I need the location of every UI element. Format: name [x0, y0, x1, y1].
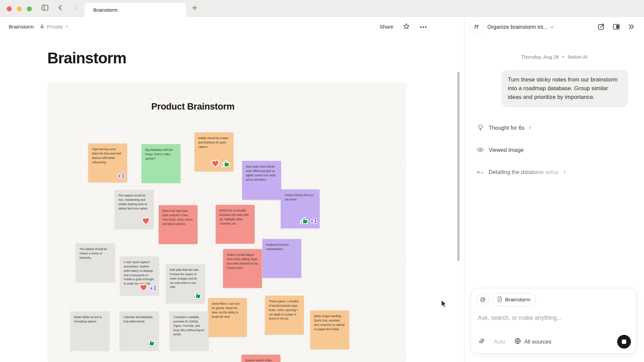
- vertical-scrollbar[interactable]: [457, 72, 460, 261]
- step-thought[interactable]: Thought for 6s: [477, 123, 644, 133]
- sticky-note-text: Reduce modal fatigue. More inline editin…: [227, 253, 258, 270]
- sticky-note-text: Theme packs. A handful of tasteful prese…: [269, 299, 300, 321]
- sticky-note-text: Saved filters I can lock for guests. Sha…: [212, 302, 243, 319]
- toggle-panel-button[interactable]: [611, 22, 621, 32]
- user-message-bubble: Turn these sticky notes from our brainst…: [501, 70, 628, 107]
- back-button[interactable]: [56, 4, 65, 13]
- attach-button[interactable]: [478, 338, 485, 346]
- thumbs-up-sticker: [146, 338, 156, 349]
- toggle-sidebar-button[interactable]: [40, 4, 50, 13]
- sticky-note-high-learning-curve[interactable]: High learning curve. Make the first week…: [88, 143, 127, 182]
- sticky-note-better-tables[interactable]: Better tables as text & formatting optio…: [70, 311, 109, 350]
- tab-bar: Brainstorm: [0, 0, 644, 17]
- favorite-button[interactable]: [401, 22, 411, 32]
- canvas-title: Product Brainstorm: [151, 102, 234, 112]
- ai-panel: Organize brainstorm int...: [465, 17, 644, 362]
- sticky-note-quick-capture[interactable]: A real "quick capture" everywhere. Syste…: [120, 256, 159, 295]
- new-chat-button[interactable]: [596, 22, 606, 32]
- chevron-down-icon: [65, 24, 69, 30]
- ai-composer[interactable]: @ Brainstorm Ask, search, or make anythi…: [471, 288, 636, 354]
- sticky-note-pdf-annotate[interactable]: (PDFs) let us actually annotate and mark…: [216, 205, 255, 244]
- collapse-panel-button[interactable]: [627, 22, 636, 32]
- notion-window: Brainstorm Brainstorm Private Share: [0, 0, 644, 362]
- plus-one-sticker: +1: [117, 171, 125, 181]
- main-content: Brainstorm Private Share •••: [0, 17, 464, 362]
- sticky-note-text: Smarter search chips.: [245, 358, 277, 362]
- lightbulb-icon: [477, 124, 484, 131]
- sticker-row: [146, 338, 156, 349]
- sticky-note-text: Mobile should be instant and brainless f…: [198, 136, 230, 149]
- sticky-note-saved-filters[interactable]: Saved filters I can lock for guests. Sha…: [208, 298, 247, 337]
- sticky-note-text: Keyboard shortcut customization.: [266, 243, 298, 251]
- more-options-button[interactable]: •••: [419, 22, 428, 32]
- ai-panel-header: Organize brainstorm int...: [465, 17, 644, 38]
- heart-sticker: [210, 159, 221, 170]
- sticky-note-smarter-search[interactable]: Smarter search chips.: [241, 355, 280, 362]
- eye-icon: [477, 147, 484, 153]
- privacy-dropdown[interactable]: Private: [39, 23, 69, 31]
- zoom-window-button[interactable]: [27, 6, 32, 11]
- page-title[interactable]: Brainstorm: [47, 49, 126, 67]
- close-window-button[interactable]: [7, 6, 12, 11]
- stop-generation-button[interactable]: [617, 335, 631, 349]
- sticky-note-version-history[interactable]: Version history that you can name.+1: [281, 189, 320, 228]
- sticky-note-pen-support[interactable]: Pen support would be nice. Handwriting a…: [115, 190, 154, 229]
- context-chip-brainstorm[interactable]: Brainstorm: [492, 293, 536, 306]
- thumbs-up-sticker: [193, 291, 203, 301]
- ai-chat-input[interactable]: Ask, search, or make anything...: [478, 314, 562, 321]
- minimize-window-button[interactable]: [17, 6, 22, 11]
- thumbs-up-sticker: [221, 159, 231, 170]
- paperclip-icon: [478, 340, 485, 346]
- breadcrumb[interactable]: Brainstorm: [9, 24, 34, 30]
- sticky-note-modal-fatigue[interactable]: Reduce modal fatigue. More inline editin…: [223, 249, 262, 288]
- sticky-note-calendar-database[interactable]: Calendar and database, truly bidirection…: [120, 311, 159, 350]
- thumbs-up-sticker: [300, 216, 310, 227]
- sticker-row: [193, 291, 203, 301]
- sticky-note-mobile-instant[interactable]: Mobile should be instant and brainless f…: [195, 132, 233, 171]
- sticky-note-offline-blocks[interactable]: Now make more blocks work offline and gi…: [242, 161, 281, 200]
- privacy-label: Private: [47, 24, 63, 30]
- sticky-note-text: Version history that you can name.: [284, 193, 316, 202]
- mention-button[interactable]: @: [477, 294, 489, 306]
- mouse-cursor: [440, 299, 448, 310]
- sticky-note-text: Consistent, readable previews for GitHub…: [173, 315, 205, 337]
- step-viewed-image[interactable]: Viewed Image: [477, 145, 644, 155]
- heart-sticker: [141, 216, 151, 227]
- sticky-note-text: Bulk edits that feel safe. Preview the i…: [170, 268, 201, 289]
- sticky-note-bulk-edits[interactable]: Bulk edits that feel safe. Preview the i…: [166, 264, 205, 303]
- sticker-row: +1: [300, 216, 317, 227]
- at-icon: @: [480, 296, 486, 303]
- lock-icon: [39, 23, 45, 31]
- sticker-row: [141, 216, 151, 227]
- sticky-note-text: High learning curve. Make the first week…: [92, 147, 123, 164]
- sticky-note-image-handling[interactable]: Better image handling. Quick crop, annot…: [310, 310, 349, 349]
- step-detailing[interactable]: Detailing the database setup: [477, 167, 644, 177]
- sticky-note-style-controls[interactable]: What if we had more style controls? A fe…: [159, 205, 198, 244]
- sticky-note-big-databases[interactable]: Big databases still feel heavy. How to m…: [142, 144, 180, 183]
- notion-ai-label: Notion AI: [568, 54, 588, 60]
- new-tab-button[interactable]: [190, 4, 199, 13]
- sources-selector[interactable]: All sources: [514, 338, 551, 346]
- sticky-note-theme-packs[interactable]: Theme packs. A handful of tasteful prese…: [265, 296, 304, 335]
- tab-brainstorm[interactable]: Brainstorm: [85, 3, 186, 17]
- ai-thread-title[interactable]: Organize brainstorm int...: [487, 24, 548, 30]
- sticker-row: +1: [117, 171, 125, 181]
- conversation-date: Thursday, Aug 28 • Notion AI: [465, 54, 644, 60]
- sticky-note-text: Calendar and database, truly bidirection…: [123, 315, 155, 324]
- sticky-note-text: (PDFs) let us actually annotate and mark…: [219, 208, 251, 226]
- composer-context-row: @ Brainstorm: [477, 293, 536, 306]
- chevron-right-icon: [528, 125, 532, 130]
- page-header: Brainstorm Private Share •••: [0, 17, 464, 37]
- sticker-row: [210, 159, 231, 170]
- sticky-note-text: Better tables as text & formatting optio…: [74, 315, 106, 324]
- plus-one-sticker: +1: [149, 283, 157, 294]
- plus-one-sticker: +1: [310, 216, 318, 227]
- sticky-note-sidebar-hierarchy[interactable]: The sidebar should be clearer in terms o…: [76, 243, 115, 282]
- forward-button[interactable]: [71, 4, 80, 13]
- mode-selector[interactable]: Auto: [494, 339, 505, 345]
- sticky-note-consistent-previews[interactable]: Consistent, readable previews for GitHub…: [170, 311, 209, 350]
- sticky-note-text: What if we had more style controls? A fe…: [162, 209, 194, 226]
- brainstorm-canvas[interactable]: Product Brainstorm High learning curve. …: [47, 82, 407, 362]
- share-button[interactable]: Share: [380, 24, 393, 30]
- sticky-note-keyboard-shortcuts[interactable]: Keyboard shortcut customization.: [262, 239, 301, 278]
